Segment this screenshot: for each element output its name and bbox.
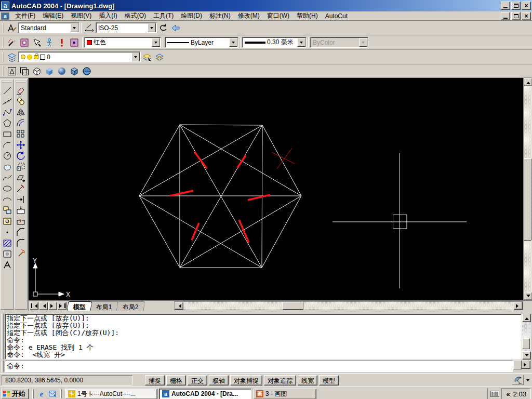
menu-help[interactable]: 帮助(H): [293, 11, 322, 21]
child-close-button[interactable]: ×: [522, 12, 531, 20]
vertical-scroll-track[interactable]: [524, 86, 532, 292]
scroll-right-button[interactable]: [514, 302, 523, 310]
model-toggle[interactable]: 模型: [319, 375, 339, 385]
coordinate-display[interactable]: 830.8203, 386.5645, 0.0000: [2, 375, 132, 385]
break-button[interactable]: [15, 216, 26, 227]
vertical-scroll-thumb[interactable]: [524, 158, 531, 241]
copy-button[interactable]: [15, 96, 26, 107]
tab-last-button[interactable]: [58, 302, 66, 310]
dropdown-button[interactable]: [70, 23, 78, 32]
layer-lock-icon[interactable]: [34, 55, 38, 59]
command-vertical-scrollbar[interactable]: [522, 314, 531, 360]
linetype-combo[interactable]: ByLayer: [165, 37, 238, 48]
autocut-tool-button[interactable]: [43, 36, 56, 48]
trim-button[interactable]: [15, 183, 26, 194]
toolbar-grip[interactable]: [3, 37, 4, 48]
menu-dimension[interactable]: 标注(N): [206, 11, 234, 21]
scroll-down-button[interactable]: [522, 351, 531, 360]
scroll-up-button[interactable]: [524, 78, 532, 86]
otrack-toggle[interactable]: 对象追踪: [264, 375, 296, 385]
draw-polyline-button[interactable]: [2, 107, 13, 117]
gouraud-edges-button[interactable]: [81, 65, 93, 77]
menu-edit[interactable]: 编辑(E): [39, 11, 67, 21]
dropdown-button[interactable]: [229, 38, 237, 47]
menu-autocut[interactable]: AutoCut: [322, 12, 351, 20]
draw-ellipse-button[interactable]: [2, 183, 13, 194]
back-button[interactable]: [169, 22, 182, 34]
command-input[interactable]: 命令:: [5, 361, 513, 372]
scroll-right-button[interactable]: [522, 361, 530, 369]
tab-prev-button[interactable]: [39, 302, 48, 310]
quick-select-button[interactable]: [31, 36, 43, 48]
lineweight-toggle[interactable]: 线宽: [298, 375, 317, 385]
input-method-icon[interactable]: [490, 391, 499, 397]
close-button[interactable]: ×: [522, 2, 531, 10]
gouraud-shaded-button[interactable]: [56, 65, 68, 77]
color-combo[interactable]: 红色: [84, 37, 161, 48]
extend-button[interactable]: [15, 194, 26, 205]
make-layer-current-button[interactable]: [141, 51, 153, 63]
flat-shaded-button[interactable]: [43, 65, 56, 77]
taskbar-task-autocut[interactable]: 卡 1号卡---AutoCut----...: [65, 389, 157, 399]
taskbar-task-autocad[interactable]: a AutoCAD 2004 - [Dra...: [159, 389, 251, 399]
draw-polygon-button[interactable]: [2, 117, 13, 128]
draw-text-button[interactable]: [2, 259, 13, 270]
stretch-button[interactable]: [15, 172, 26, 183]
fillet-button[interactable]: [15, 237, 26, 248]
tab-first-button[interactable]: [30, 302, 38, 310]
scroll-left-button[interactable]: [175, 302, 183, 310]
snap-toggle[interactable]: 捕捉: [145, 375, 165, 385]
make-block-button[interactable]: [2, 216, 13, 227]
command-scroll-thumb[interactable]: [522, 338, 530, 349]
drawing-canvas[interactable]: Y X: [29, 78, 523, 300]
text-style-combo[interactable]: Standard: [18, 22, 79, 33]
layer-combo[interactable]: 0: [18, 51, 141, 62]
scale-button[interactable]: [15, 161, 26, 172]
draw-rectangle-button[interactable]: [2, 128, 13, 139]
document-icon[interactable]: a: [1, 12, 9, 20]
layer-manager-button[interactable]: [6, 51, 18, 63]
toolbar-grip[interactable]: [16, 82, 26, 83]
command-hscroll-thumb[interactable]: [513, 361, 522, 369]
taskband-grip[interactable]: [60, 389, 62, 398]
array-button[interactable]: [15, 128, 26, 139]
undo-button[interactable]: [157, 22, 169, 34]
menu-modify[interactable]: 修改(M): [234, 11, 263, 21]
block-tool-button[interactable]: [18, 36, 31, 48]
draw-circle-button[interactable]: [2, 150, 13, 161]
child-minimize-button[interactable]: [501, 12, 510, 20]
mirror-button[interactable]: [15, 107, 26, 117]
toolbar-grip[interactable]: [3, 66, 4, 75]
dropdown-button[interactable]: [131, 52, 140, 61]
layer-on-icon[interactable]: [21, 55, 25, 59]
block-tool2-button[interactable]: [68, 36, 81, 48]
horizontal-scrollbar[interactable]: [174, 301, 523, 310]
rotate-button[interactable]: [15, 150, 26, 161]
menu-window[interactable]: 窗口(W): [263, 11, 293, 21]
lineweight-combo[interactable]: 0.30 毫米: [242, 37, 307, 48]
draw-ellipse-arc-button[interactable]: [2, 194, 13, 205]
command-window-grip[interactable]: [1, 314, 4, 360]
break-at-point-button[interactable]: [15, 205, 26, 216]
ie-quicklaunch-button[interactable]: e: [37, 389, 46, 398]
horizontal-scroll-thumb[interactable]: [283, 302, 303, 310]
layer-thaw-icon[interactable]: [27, 55, 32, 60]
draw-hatch-button[interactable]: [2, 237, 13, 248]
command-history[interactable]: 指定下一点或 [放弃(U)]:指定下一点或 [放弃(U)]:指定下一点或 [闭合…: [5, 314, 522, 360]
dim-style-combo[interactable]: ISO-25: [96, 22, 157, 33]
tab-layout2[interactable]: 布局2: [116, 301, 144, 311]
toolbar-grip[interactable]: [2, 82, 12, 83]
menu-draw[interactable]: 绘图(D): [177, 11, 206, 21]
status-menu-arrow-icon[interactable]: [526, 379, 529, 383]
scroll-up-button[interactable]: [522, 314, 531, 322]
outlook-quicklaunch-button[interactable]: [48, 389, 57, 398]
match-properties-button[interactable]: [6, 36, 18, 48]
vertical-scrollbar[interactable]: [523, 78, 532, 300]
minimize-button[interactable]: [501, 2, 510, 10]
dropdown-button[interactable]: [297, 38, 305, 47]
communication-center-button[interactable]: [512, 375, 524, 385]
erase-button[interactable]: [15, 85, 26, 96]
ortho-toggle[interactable]: 正交: [188, 375, 207, 385]
draw-region-button[interactable]: [2, 248, 13, 259]
restore-button[interactable]: [511, 2, 521, 10]
